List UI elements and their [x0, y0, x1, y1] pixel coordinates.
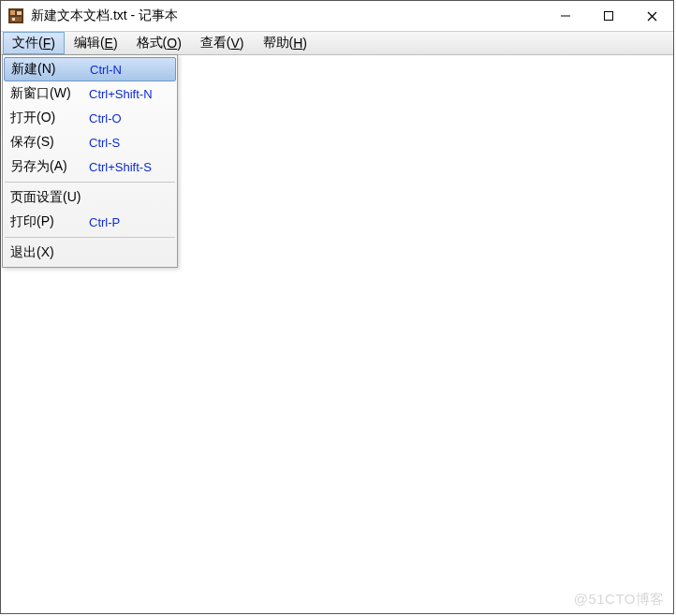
file-menu-new-window-accel: Ctrl+Shift-N: [89, 87, 153, 101]
file-menu-save-as-label: 另存为(A): [10, 158, 89, 175]
menu-edit[interactable]: 编辑(E): [65, 32, 127, 54]
menu-edit-post: ): [113, 36, 118, 51]
menu-file-mn: F: [43, 36, 51, 51]
menu-format-mn: O: [167, 36, 177, 51]
menu-edit-pre: 编辑(: [74, 35, 105, 51]
maximize-button[interactable]: [587, 1, 630, 31]
file-menu-open-accel: Ctrl-O: [89, 111, 122, 125]
file-menu-save-as-accel: Ctrl+Shift-S: [89, 160, 152, 174]
svg-rect-2: [17, 11, 22, 15]
file-menu-page-setup[interactable]: 页面设置(U): [3, 185, 177, 210]
menu-file-post: ): [51, 36, 55, 51]
menu-file[interactable]: 文件(F): [3, 32, 65, 54]
file-menu-save[interactable]: 保存(S) Ctrl-S: [3, 130, 177, 154]
menu-view-pre: 查看(: [200, 35, 231, 51]
file-menu-open[interactable]: 打开(O) Ctrl-O: [3, 106, 177, 130]
file-menu-new-accel: Ctrl-N: [90, 63, 122, 77]
menu-help-post: ): [302, 36, 307, 51]
menu-view-mn: V: [231, 36, 240, 51]
file-menu-print[interactable]: 打印(P) Ctrl-P: [3, 210, 177, 234]
menu-format-pre: 格式(: [137, 35, 168, 51]
file-menu-separator: [5, 237, 175, 238]
file-menu-print-label: 打印(P): [10, 213, 89, 230]
file-menu-save-accel: Ctrl-S: [89, 136, 120, 150]
file-menu-new-window[interactable]: 新窗口(W) Ctrl+Shift-N: [3, 81, 177, 106]
file-menu-separator: [5, 182, 175, 183]
file-menu-page-setup-label: 页面设置(U): [10, 189, 89, 206]
window-controls: [544, 1, 673, 31]
file-menu-new-label: 新建(N): [11, 61, 90, 78]
file-menu-exit[interactable]: 退出(X): [3, 241, 177, 265]
menu-view-post: ): [240, 36, 244, 51]
file-menu-save-label: 保存(S): [10, 134, 89, 151]
file-menu-exit-label: 退出(X): [10, 244, 89, 261]
minimize-button[interactable]: [544, 1, 587, 31]
file-menu-print-accel: Ctrl-P: [89, 215, 120, 229]
menu-help-pre: 帮助(: [263, 35, 294, 51]
menu-help-mn: H: [293, 36, 302, 51]
svg-rect-1: [10, 10, 15, 15]
menu-format-post: ): [177, 36, 182, 51]
menu-file-pre: 文件(: [12, 35, 43, 51]
svg-rect-3: [10, 17, 22, 22]
svg-rect-4: [12, 18, 15, 21]
file-menu-open-label: 打开(O): [10, 110, 89, 126]
menu-format[interactable]: 格式(O): [127, 32, 191, 54]
file-menu-save-as[interactable]: 另存为(A) Ctrl+Shift-S: [3, 154, 177, 179]
svg-rect-6: [605, 12, 613, 21]
close-button[interactable]: [630, 1, 673, 31]
file-dropdown: 新建(N) Ctrl-N 新窗口(W) Ctrl+Shift-N 打开(O) C…: [2, 54, 178, 268]
menu-help[interactable]: 帮助(H): [254, 32, 316, 54]
window-title: 新建文本文档.txt - 记事本: [29, 7, 544, 24]
file-menu-new-window-label: 新窗口(W): [10, 85, 89, 102]
menu-bar: 文件(F) 编辑(E) 格式(O) 查看(V) 帮助(H): [1, 31, 673, 55]
app-icon: [8, 8, 23, 23]
file-menu-new[interactable]: 新建(N) Ctrl-N: [4, 57, 176, 81]
menu-view[interactable]: 查看(V): [191, 32, 254, 54]
menu-edit-mn: E: [105, 36, 113, 51]
title-bar: 新建文本文档.txt - 记事本: [1, 1, 673, 31]
